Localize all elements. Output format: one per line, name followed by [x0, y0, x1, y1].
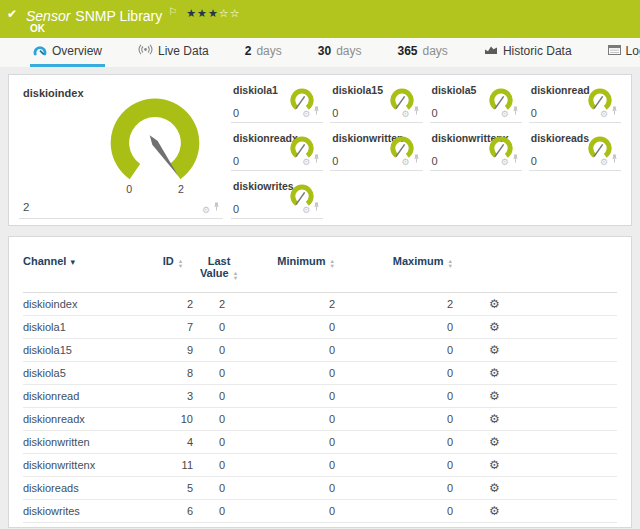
channel-id-cell: 2	[151, 293, 195, 316]
gauge-gear-icon[interactable]: ⚙	[501, 158, 509, 167]
channel-last-value-cell: 0	[195, 500, 243, 523]
column-header-channel[interactable]: Channel▾	[23, 249, 151, 293]
channel-minimum-cell: 2	[243, 293, 363, 316]
log-table-icon	[608, 44, 621, 58]
pin-icon[interactable]	[413, 101, 420, 119]
content-area: diskioindex 0 2 2 ⚙ diskiola1	[0, 67, 640, 528]
small-gauge-title: diskiola15	[332, 84, 383, 96]
column-header-maximum[interactable]: Maximum▲▼	[363, 249, 481, 293]
channel-settings-gear-icon[interactable]: ⚙	[489, 343, 500, 357]
channel-row: diskionread 3 0 0 0 ⚙	[23, 385, 617, 408]
sensor-header-bar: ✔ SensorSNMP Library⚐★★★☆☆ OK	[0, 0, 640, 38]
pin-icon[interactable]	[512, 101, 519, 119]
channel-settings-gear-icon[interactable]: ⚙	[489, 481, 500, 495]
channel-minimum-cell: 0	[243, 316, 363, 339]
pin-icon[interactable]	[213, 197, 220, 215]
pin-icon[interactable]	[611, 101, 618, 119]
pin-icon[interactable]	[313, 101, 320, 119]
channel-settings-gear-icon[interactable]: ⚙	[489, 504, 500, 518]
gauge-gear-icon[interactable]: ⚙	[302, 206, 310, 215]
channel-id-cell: 5	[151, 477, 195, 500]
channel-name-cell: diskioindex	[23, 293, 151, 316]
gauge-gear-icon[interactable]: ⚙	[401, 158, 409, 167]
small-gauge-value: 0	[332, 107, 338, 119]
column-header-last-value[interactable]: Last Value▲▼	[195, 249, 243, 293]
channel-row: diskiowrites 6 0 0 0 ⚙	[23, 500, 617, 523]
channel-settings-gear-icon[interactable]: ⚙	[489, 412, 500, 426]
pin-icon[interactable]	[313, 149, 320, 167]
tab-log[interactable]: Log	[605, 38, 640, 67]
flag-icon: ⚐	[168, 6, 177, 17]
tab-label: Historic Data	[503, 44, 572, 58]
gauge-scale-min: 0	[126, 183, 132, 195]
pin-icon[interactable]	[611, 149, 618, 167]
tab-number: 30	[318, 44, 331, 58]
channel-settings-gear-icon[interactable]: ⚙	[489, 389, 500, 403]
tab-live-data[interactable]: Live Data	[135, 38, 212, 67]
pin-icon[interactable]	[512, 149, 519, 167]
status-badge: OK	[30, 23, 45, 34]
tab-30-days[interactable]: 30 days	[315, 38, 365, 67]
gauge-gear-icon[interactable]: ⚙	[302, 110, 310, 119]
live-data-broadcast-icon	[138, 44, 153, 58]
channel-id-cell: 10	[151, 408, 195, 431]
channel-settings-gear-icon[interactable]: ⚙	[489, 297, 500, 311]
tab-number: 2	[245, 44, 252, 58]
channel-settings-gear-icon[interactable]: ⚙	[489, 435, 500, 449]
channel-settings-gear-icon[interactable]: ⚙	[489, 527, 500, 528]
channel-maximum-cell: 0	[363, 408, 481, 431]
small-gauge-title: diskioreads	[531, 132, 589, 144]
pin-icon[interactable]	[413, 149, 420, 167]
channel-row: diskiola15 9 0 0 0 ⚙	[23, 339, 617, 362]
column-header-id[interactable]: ID▲▼	[151, 249, 195, 293]
channel-maximum-cell: 0	[363, 431, 481, 454]
main-gauge-value: 2	[23, 201, 29, 213]
channel-maximum-cell: 0	[363, 339, 481, 362]
channel-maximum-cell: 0	[363, 500, 481, 523]
tab-label: days	[256, 44, 281, 58]
gauge-scale-max: 2	[178, 183, 184, 195]
tab-365-days[interactable]: 365 days	[394, 38, 450, 67]
channel-minimum-cell: 0	[243, 408, 363, 431]
small-gauge-cell: diskiola15 0 ⚙	[330, 81, 422, 123]
channel-settings-gear-icon[interactable]: ⚙	[489, 458, 500, 472]
gauge-gear-icon[interactable]: ⚙	[600, 110, 608, 119]
tab-historic-data[interactable]: Historic Data	[481, 38, 575, 67]
channel-settings-gear-icon[interactable]: ⚙	[489, 366, 500, 380]
tab-overview[interactable]: Overview	[30, 38, 105, 67]
small-gauge-value: 0	[233, 107, 239, 119]
tab-label: days	[423, 44, 448, 58]
channel-id-cell: -4	[151, 523, 195, 529]
sort-both-icon: ▲▼	[178, 259, 183, 268]
gauge-gear-icon[interactable]: ⚙	[302, 158, 310, 167]
channel-row: diskioindex 2 2 2 2 ⚙	[23, 293, 617, 316]
main-gauge-dial[interactable]: 0 2	[95, 93, 215, 202]
main-gauge-needle	[150, 135, 179, 176]
pin-icon[interactable]	[313, 197, 320, 215]
tab-2-days[interactable]: 2 days	[242, 38, 285, 67]
page-title: SensorSNMP Library⚐★★★☆☆	[26, 6, 241, 24]
priority-stars[interactable]: ★★★☆☆	[186, 7, 240, 19]
small-gauge-cell: diskiola5 0 ⚙	[430, 81, 522, 123]
gauge-gear-icon[interactable]: ⚙	[401, 110, 409, 119]
tab-label: Log	[626, 44, 640, 58]
gauge-gear-icon[interactable]: ⚙	[600, 158, 608, 167]
gauge-gear-icon[interactable]: ⚙	[501, 110, 509, 119]
channel-maximum-cell: 0	[363, 454, 481, 477]
channel-name-cell: diskionwritten	[23, 431, 151, 454]
gauge-gear-icon[interactable]: ⚙	[202, 206, 210, 215]
star-empty-icon[interactable]: ☆☆	[219, 7, 241, 19]
sensor-overview-page: ✔ SensorSNMP Library⚐★★★☆☆ OK Overview L…	[0, 0, 640, 529]
star-filled-icon[interactable]: ★★★	[186, 7, 219, 19]
channel-row: diskionwritten 4 0 0 0 ⚙	[23, 431, 617, 454]
channel-settings-gear-icon[interactable]: ⚙	[489, 320, 500, 334]
column-header-minimum[interactable]: Minimum▲▼	[243, 249, 363, 293]
channel-minimum-cell: 0	[243, 362, 363, 385]
channel-id-cell: 4	[151, 431, 195, 454]
channel-minimum-cell: 0	[243, 500, 363, 523]
tab-label: days	[336, 44, 361, 58]
small-gauge-cell: diskiola1 0 ⚙	[231, 81, 323, 123]
small-gauge-cell: diskionread 0 ⚙	[529, 81, 621, 123]
channel-maximum-cell: 0	[363, 477, 481, 500]
small-gauge-value: 0	[332, 155, 338, 167]
